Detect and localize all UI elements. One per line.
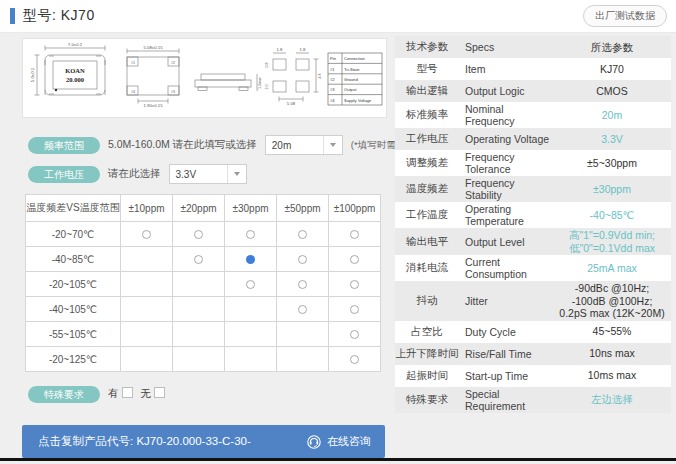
product-code-label[interactable]: 点击复制产品代号: KJ70-20.000-33-C-30- xyxy=(38,434,306,449)
product-config-page: 型号: KJ70 出厂测试数据 xyxy=(0,0,676,464)
radio-icon[interactable] xyxy=(350,330,359,339)
radio-icon[interactable] xyxy=(298,305,307,314)
matrix-cell[interactable] xyxy=(277,247,329,272)
matrix-cell[interactable] xyxy=(329,322,381,347)
radio-icon[interactable] xyxy=(142,230,151,239)
spec-name-cn: 工作温度 xyxy=(395,208,459,222)
stability-temperature-matrix: 温度频差VS温度范围 ±10ppm ±20ppm ±30ppm ±50ppm ±… xyxy=(25,194,381,372)
matrix-cell[interactable] xyxy=(329,297,381,322)
voltage-value[interactable]: 3.3V xyxy=(170,169,227,180)
matrix-cell[interactable] xyxy=(329,272,381,297)
radio-icon[interactable] xyxy=(350,255,359,264)
special-no-label: 无 xyxy=(141,387,166,401)
spec-row: 特殊要求Special Requirement左边选择 xyxy=(395,387,671,413)
radio-icon[interactable] xyxy=(350,355,359,364)
radio-icon[interactable] xyxy=(194,255,203,264)
voltage-pill: 工作电压 xyxy=(28,166,100,183)
matrix-cell[interactable] xyxy=(225,222,277,247)
spec-row: 输出电平Output Level高"1"=0.9Vdd min; 低"0"=0.… xyxy=(395,228,671,255)
dim-label: 7.0±0.2 xyxy=(68,42,83,47)
radio-icon[interactable] xyxy=(350,230,359,239)
radio-icon[interactable] xyxy=(298,280,307,289)
spec-row: 消耗电流Current Consumption25mA max xyxy=(395,255,671,281)
voltage-combo[interactable]: 3.3V xyxy=(169,164,247,184)
matrix-cell[interactable] xyxy=(329,347,381,372)
spec-row: 上升下降时间Rise/Fall Time10ns max xyxy=(395,343,671,365)
matrix-cell[interactable] xyxy=(225,272,277,297)
chevron-down-icon xyxy=(234,172,240,176)
radio-icon[interactable] xyxy=(350,305,359,314)
matrix-corner-header: 温度频差VS温度范围 xyxy=(26,195,121,222)
pin-function: Output xyxy=(344,87,357,92)
online-chat-button[interactable]: 在线咨询 xyxy=(306,434,371,450)
special-yes-label: 有 xyxy=(108,387,133,401)
matrix-row-label: -40~85℃ xyxy=(26,247,121,272)
radio-icon[interactable] xyxy=(246,230,255,239)
dim-label: 4.6 xyxy=(318,74,322,79)
dim-label: 1.90±0.15 xyxy=(143,103,163,108)
factory-test-data-button[interactable]: 出厂测试数据 xyxy=(583,5,667,27)
matrix-cell[interactable] xyxy=(173,247,225,272)
spec-value: KJ70 xyxy=(553,63,671,76)
matrix-cell[interactable] xyxy=(277,222,329,247)
spec-name-en: Operating Temperature xyxy=(459,203,553,227)
matrix-cell[interactable] xyxy=(329,247,381,272)
matrix-cell[interactable] xyxy=(277,297,329,322)
matrix-cell[interactable] xyxy=(329,222,381,247)
frequency-value[interactable]: 20m xyxy=(266,140,323,151)
matrix-cell xyxy=(121,322,173,347)
spec-name-en: Duty Cycle xyxy=(459,326,553,338)
technical-drawing-panel: 7.0±0.2 5.0±0.2 KOAN 20.000 5.08±0.15 1.… xyxy=(22,38,387,118)
matrix-cell xyxy=(277,322,329,347)
spec-name-cn: 输出电平 xyxy=(395,235,459,249)
matrix-cell xyxy=(173,297,225,322)
special-requirement-row: 特殊要求 有 无 xyxy=(28,383,165,405)
spec-name-en: Start-up Time xyxy=(459,370,553,382)
matrix-header-row: 温度频差VS温度范围 ±10ppm ±20ppm ±30ppm ±50ppm ±… xyxy=(26,195,381,222)
special-yes-checkbox[interactable] xyxy=(122,387,133,398)
package-drawings: 7.0±0.2 5.0±0.2 KOAN 20.000 5.08±0.15 1.… xyxy=(23,39,384,115)
specs-header-row: 技术参数Specs所选参数 xyxy=(395,36,671,58)
pin-table-header: Connection xyxy=(344,56,365,61)
matrix-row-label: -20~125℃ xyxy=(26,347,121,372)
page-title: 型号: KJ70 xyxy=(23,7,95,25)
matrix-cell[interactable] xyxy=(277,272,329,297)
spec-row: 输出逻辑Output LogicCMOS xyxy=(395,80,671,102)
matrix-cell xyxy=(121,247,173,272)
pin-function: Ground xyxy=(344,77,358,82)
radio-icon[interactable] xyxy=(194,230,203,239)
matrix-cell[interactable] xyxy=(173,222,225,247)
spec-name-cn: 特殊要求 xyxy=(395,393,459,407)
radio-icon[interactable] xyxy=(350,280,359,289)
brand-marking: KOAN xyxy=(65,67,85,74)
copy-product-code-button[interactable]: 点击复制产品代号: KJ70-20.000-33-C-30- 在线咨询 xyxy=(22,425,385,458)
matrix-cell xyxy=(121,272,173,297)
spec-name-cn: 调整频差 xyxy=(395,156,459,170)
matrix-row-label: -40~105℃ xyxy=(26,297,121,322)
matrix-row: -55~105℃ xyxy=(26,322,381,347)
spec-row: 调整频差Frequency Tolerance±5~30ppm xyxy=(395,150,671,176)
spec-name-cn: 消耗电流 xyxy=(395,261,459,275)
matrix-row: -20~105℃ xyxy=(26,272,381,297)
spec-name-en: Special Requirement xyxy=(459,388,553,412)
frequency-dropdown-button[interactable] xyxy=(323,136,342,154)
special-requirement-pill: 特殊要求 xyxy=(28,386,100,403)
spec-value: 3.3V xyxy=(553,133,671,146)
frequency-combo[interactable]: 20m xyxy=(265,135,343,155)
pin-number: #1 xyxy=(330,67,335,72)
matrix-cell[interactable] xyxy=(121,222,173,247)
spec-row: 工作温度Operating Temperature-40~85℃ xyxy=(395,202,671,228)
radio-icon[interactable] xyxy=(246,280,255,289)
spec-name-en: Output Logic xyxy=(459,85,553,97)
frequency-range-row: 频率范围 5.0M-160.0M 请在此填写或选择 20m (*填写时需要加K/… xyxy=(28,134,445,156)
spec-value: 45~55% xyxy=(553,325,671,338)
matrix-row: -40~85℃ xyxy=(26,247,381,272)
chevron-down-icon xyxy=(330,143,336,147)
special-no-checkbox[interactable] xyxy=(154,387,165,398)
radio-selected-icon[interactable] xyxy=(246,255,255,264)
voltage-dropdown-button[interactable] xyxy=(227,165,246,183)
specs-summary-table: 技术参数Specs所选参数型号ItemKJ70输出逻辑Output LogicC… xyxy=(395,36,671,413)
radio-icon[interactable] xyxy=(298,230,307,239)
matrix-cell[interactable] xyxy=(225,247,277,272)
radio-icon[interactable] xyxy=(298,255,307,264)
